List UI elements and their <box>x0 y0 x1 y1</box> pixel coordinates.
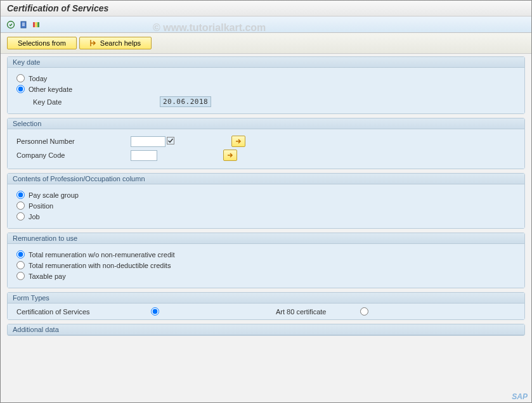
arrow-right-icon <box>90 39 96 47</box>
keydate-section: Key date Today Other keydate Key Date 20… <box>7 56 525 114</box>
position-radio[interactable]: Position <box>16 200 516 211</box>
remun-opt1-radio[interactable]: Total remuneration w/o non-remunerative … <box>16 249 516 260</box>
radio-input[interactable] <box>16 74 25 82</box>
svg-rect-6 <box>36 22 37 27</box>
keydate-other-radio[interactable]: Other keydate <box>16 84 516 94</box>
selection-section: Selection Personnel Number Company Code <box>7 118 525 169</box>
radio-label: Job <box>29 213 40 221</box>
sap-logo: SAP <box>512 392 528 401</box>
remun-opt3-radio[interactable]: Taxable pay <box>16 271 516 281</box>
radio-input[interactable] <box>16 261 25 269</box>
svg-rect-8 <box>167 138 174 144</box>
svg-rect-4 <box>22 25 25 26</box>
cert-services-radio[interactable] <box>151 307 159 316</box>
svg-rect-7 <box>37 22 39 27</box>
cert-services-label: Certification of Services <box>16 308 143 316</box>
section-header: Additional data <box>8 324 524 335</box>
section-header: Contents of Profession/Occupation column <box>8 174 524 184</box>
multiple-selection-button[interactable] <box>231 136 245 147</box>
radio-label: Other keydate <box>29 86 72 93</box>
art80-radio[interactable] <box>360 307 368 316</box>
section-header: Form Types <box>8 293 524 304</box>
keydate-value[interactable]: 20.06.2018 <box>160 96 211 107</box>
radio-label: Today <box>29 75 47 82</box>
radio-label: Total remuneration w/o non-remunerative … <box>29 251 175 259</box>
radio-label: Taxable pay <box>29 272 66 280</box>
additional-section: Additional data <box>7 324 525 336</box>
radio-label: Total remuneration with non-deductible c… <box>29 262 171 269</box>
profession-section: Contents of Profession/Occupation column… <box>7 173 525 229</box>
info-icon[interactable] <box>18 20 29 30</box>
selections-from-button[interactable]: Selections from <box>7 37 77 49</box>
button-label: Search helps <box>100 39 141 47</box>
keydate-today-radio[interactable]: Today <box>16 73 516 84</box>
art80-label: Art 80 certificate <box>276 308 326 316</box>
pay-scale-radio[interactable]: Pay scale group <box>16 189 516 200</box>
svg-rect-5 <box>33 22 35 27</box>
svg-rect-2 <box>22 23 25 23</box>
radio-input[interactable] <box>16 202 25 210</box>
radio-input[interactable] <box>16 85 25 93</box>
radio-input[interactable] <box>16 272 25 280</box>
personnel-input[interactable] <box>131 136 165 147</box>
svg-rect-3 <box>22 24 25 25</box>
personnel-label: Personnel Number <box>16 138 131 145</box>
radio-input[interactable] <box>16 250 25 259</box>
radio-input[interactable] <box>16 191 25 199</box>
job-radio[interactable]: Job <box>16 211 516 222</box>
radio-label: Pay scale group <box>29 191 79 199</box>
form-types-section: Form Types Certification of Services Art… <box>7 292 525 320</box>
page-title: Certification of Services <box>1 1 531 16</box>
checkmark-icon <box>167 137 174 146</box>
section-header: Key date <box>8 57 524 68</box>
radio-label: Position <box>29 202 53 210</box>
search-helps-button[interactable]: Search helps <box>79 37 152 49</box>
keydate-label: Key Date <box>33 98 153 106</box>
section-header: Selection <box>8 118 524 129</box>
remuneration-section: Remuneration to use Total remuneration w… <box>7 233 525 288</box>
multiple-selection-button[interactable] <box>223 150 237 161</box>
button-bar: Selections from Search helps <box>1 33 531 54</box>
execute-icon[interactable] <box>6 20 16 30</box>
button-label: Selections from <box>18 39 66 47</box>
remun-opt2-radio[interactable]: Total remuneration with non-deductible c… <box>16 260 516 271</box>
app-toolbar <box>1 16 531 33</box>
radio-input[interactable] <box>16 212 25 221</box>
company-input[interactable] <box>131 150 157 161</box>
company-label: Company Code <box>16 151 131 159</box>
variant-icon[interactable] <box>31 20 41 30</box>
section-header: Remuneration to use <box>8 233 524 244</box>
